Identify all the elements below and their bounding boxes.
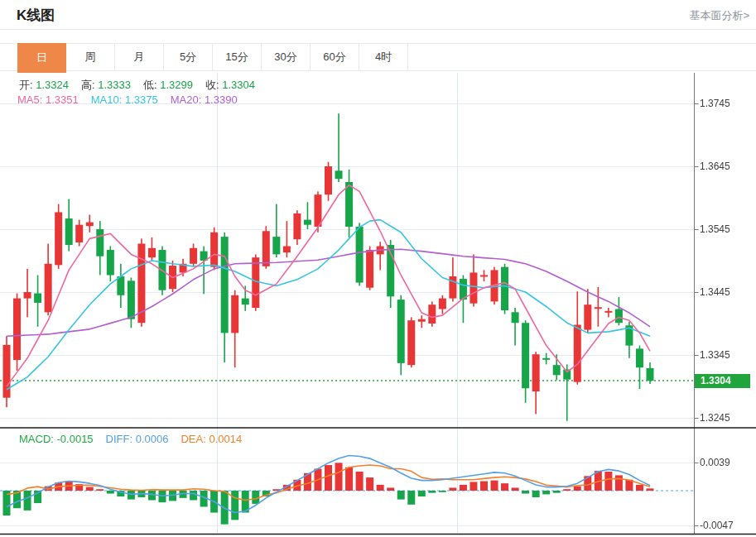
tab-week[interactable]: 周 xyxy=(66,44,115,70)
macd-legend: MACD: -0.0015DIFF: 0.0006DEA: 0.0014 xyxy=(19,433,254,445)
dea-value: DEA: 0.0014 xyxy=(181,433,242,445)
tab-month[interactable]: 月 xyxy=(115,44,164,70)
tab-15min[interactable]: 15分 xyxy=(213,44,262,70)
current-price-tag: 1.3304 xyxy=(695,374,750,388)
macd-tick-label: -0.0047 xyxy=(700,520,734,531)
ohlc-low: 低: 1.3299 xyxy=(143,78,193,93)
macd-value: MACD: -0.0015 xyxy=(19,433,94,445)
tab-30min[interactable]: 30分 xyxy=(262,44,311,70)
ohlc-legend: 开: 1.3324高: 1.3333低: 1.3299收: 1.3304 xyxy=(19,78,267,93)
page-header: K线图 基本面分析> xyxy=(0,0,756,30)
tab-60min[interactable]: 60分 xyxy=(311,44,359,70)
ohlc-close: 收: 1.3304 xyxy=(205,78,255,93)
price-tick-label: 1.3545 xyxy=(700,223,730,235)
price-tick-label: 1.3445 xyxy=(700,286,730,298)
tab-4hour[interactable]: 4时 xyxy=(359,44,408,70)
tab-day[interactable]: 日 xyxy=(17,43,66,73)
ohlc-open: 开: 1.3324 xyxy=(19,78,69,93)
diff-value: DIFF: 0.0006 xyxy=(106,433,169,445)
macd-tick-label: 0.0039 xyxy=(700,457,730,468)
tab-5min[interactable]: 5分 xyxy=(164,44,213,70)
ma5-legend: MA5: 1.3351 xyxy=(17,93,79,106)
price-tick-label: 1.3645 xyxy=(700,161,730,172)
price-tick-label: 1.3245 xyxy=(700,412,730,424)
ma-legend: MA5: 1.3351MA10: 1.3375MA20: 1.3390 xyxy=(17,93,250,106)
fundamental-analysis-link[interactable]: 基本面分析> xyxy=(689,8,749,23)
ma20-legend: MA20: 1.3390 xyxy=(171,93,238,106)
ohlc-high: 高: 1.3333 xyxy=(81,78,131,93)
period-tabbar: 日周月5分15分30分60分4时 xyxy=(0,43,756,71)
ma10-legend: MA10: 1.3375 xyxy=(91,93,158,106)
price-tick-label: 1.3345 xyxy=(700,349,730,361)
kline-page: K线图 基本面分析> 日周月5分15分30分60分4时 开: 1.3324高: … xyxy=(0,0,756,537)
price-tick-label: 1.3745 xyxy=(700,98,730,109)
period-tabs: 日周月5分15分30分60分4时 xyxy=(17,44,408,70)
page-title: K线图 xyxy=(17,6,55,25)
